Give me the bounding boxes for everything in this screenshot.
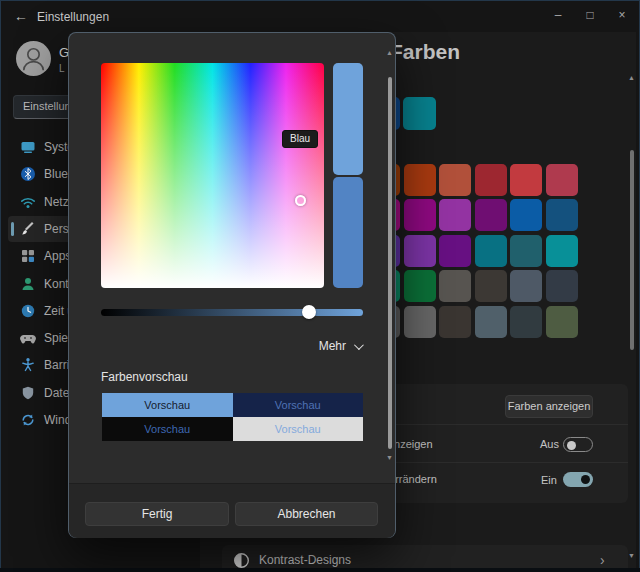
paintbrush-icon	[20, 221, 36, 237]
palette-swatch[interactable]	[439, 235, 471, 267]
dialog-scrollbar-down[interactable]: ▼	[386, 454, 393, 461]
color-preview-heading: Farbenvorschau	[101, 370, 188, 384]
color-picker-dialog: Blau ▲ ▼ Mehr Farbenvorschau VorschauVor…	[68, 32, 396, 538]
palette-swatch[interactable]	[475, 306, 507, 338]
palette-swatch[interactable]	[404, 306, 436, 338]
bluetooth-icon	[20, 166, 36, 182]
palette-swatch[interactable]	[439, 199, 471, 231]
preview-swatch: Vorschau	[102, 417, 233, 441]
palette-swatch[interactable]	[404, 235, 436, 267]
page-title: Farben	[390, 40, 460, 64]
wifi-icon	[20, 194, 36, 210]
palette-swatch[interactable]	[439, 306, 471, 338]
dialog-scrollbar-thumb[interactable]	[388, 77, 392, 449]
preview-swatch: Vorschau	[233, 417, 364, 441]
toggle-knob	[567, 441, 576, 450]
clock-icon	[20, 303, 36, 319]
done-button[interactable]: Fertig	[85, 502, 229, 526]
main-scrollbar-up[interactable]: ▲	[628, 74, 635, 81]
titlebar-accent-toggle[interactable]	[563, 472, 593, 487]
palette-swatch[interactable]	[475, 235, 507, 267]
color-preview-grid: VorschauVorschauVorschauVorschau	[102, 393, 363, 441]
palette-swatch[interactable]	[510, 164, 542, 196]
palette-swatch[interactable]	[510, 270, 542, 302]
palette-swatch[interactable]	[439, 164, 471, 196]
more-dropdown[interactable]: Mehr	[319, 339, 361, 353]
palette-swatch[interactable]	[546, 306, 578, 338]
minimize-button[interactable]: –	[541, 2, 575, 28]
palette-swatch[interactable]	[546, 235, 578, 267]
chevron-down-icon	[354, 340, 364, 350]
update-icon	[20, 412, 36, 428]
dialog-footer: Fertig Abbrechen	[69, 483, 395, 538]
taskbar-accent-state: Aus	[540, 438, 559, 450]
value-slider-lower[interactable]	[333, 177, 363, 288]
window-bottom-edge	[0, 568, 640, 572]
gamepad-icon	[20, 330, 36, 346]
dialog-scrollbar-up[interactable]: ▲	[386, 49, 393, 56]
main-scrollbar-down[interactable]: ▼	[628, 552, 635, 559]
palette-swatch[interactable]	[404, 199, 436, 231]
palette-swatch[interactable]	[475, 270, 507, 302]
maximize-button[interactable]: □	[573, 2, 607, 28]
palette-swatch[interactable]	[546, 199, 578, 231]
show-colors-button[interactable]: Farben anzeigen	[505, 395, 593, 418]
palette-swatch[interactable]	[510, 199, 542, 231]
color-spectrum[interactable]	[101, 63, 324, 288]
toggle-knob	[581, 475, 590, 484]
contrast-label: Kontrast-Designs	[259, 553, 351, 567]
current-accent-swatch[interactable]	[403, 97, 436, 130]
palette-swatch[interactable]	[439, 270, 471, 302]
taskbar-accent-toggle[interactable]	[563, 437, 593, 452]
close-button[interactable]: ×	[605, 2, 639, 28]
value-slider-upper[interactable]	[333, 63, 363, 175]
palette-swatch[interactable]	[475, 199, 507, 231]
display-icon	[20, 139, 36, 155]
shield-icon	[20, 385, 36, 401]
brightness-slider[interactable]	[101, 309, 363, 316]
accessibility-icon	[20, 357, 36, 373]
more-label: Mehr	[319, 339, 346, 353]
palette-swatch[interactable]	[510, 306, 542, 338]
color-selector-ring[interactable]	[295, 195, 306, 206]
titlebar-accent-state: Ein	[541, 474, 557, 486]
brightness-slider-thumb[interactable]	[302, 305, 316, 319]
cancel-button[interactable]: Abbrechen	[235, 502, 378, 526]
palette-swatch[interactable]	[546, 270, 578, 302]
palette-swatch[interactable]	[404, 270, 436, 302]
palette-swatch[interactable]	[546, 164, 578, 196]
color-tooltip: Blau	[282, 130, 318, 148]
main-scrollbar-thumb[interactable]	[630, 150, 634, 350]
chevron-right-icon: ›	[600, 552, 605, 568]
person-icon	[20, 276, 36, 292]
palette-swatch[interactable]	[510, 235, 542, 267]
apps-icon	[20, 248, 36, 264]
selected-indicator	[11, 222, 14, 236]
preview-swatch: Vorschau	[102, 393, 233, 417]
preview-swatch: Vorschau	[233, 393, 364, 417]
palette-swatch[interactable]	[475, 164, 507, 196]
settings-window: ← Einstellungen – □ × G L Einstellungen …	[0, 0, 640, 572]
palette-swatch[interactable]	[404, 164, 436, 196]
